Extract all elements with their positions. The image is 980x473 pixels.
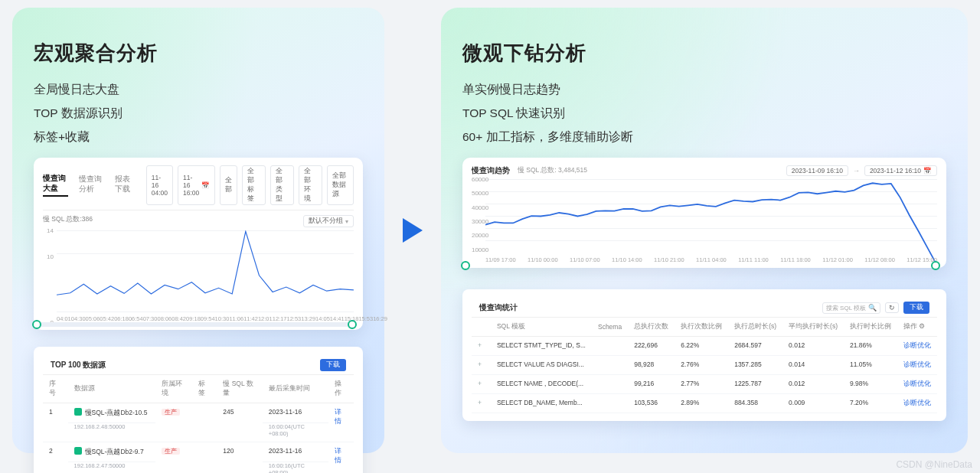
search-icon: 🔍	[868, 304, 877, 312]
filter-env[interactable]: 全部环境	[299, 165, 322, 205]
date-to[interactable]: 2023-11-12 16:10 📅	[864, 165, 937, 176]
col-exec: 总执行次数	[628, 318, 675, 337]
col-env: 所属环境	[155, 375, 192, 403]
col-time-ratio: 执行时长比例	[844, 318, 897, 337]
bullet: 单实例慢日志趋势	[462, 77, 946, 101]
trend-line-chart: 60000 50000 40000 30000 20000 10000 11/0…	[472, 179, 937, 263]
table-row: 2慢SQL-燕越Db2-9.7生产1202023-11-16详情	[43, 442, 354, 462]
filter-time-to[interactable]: 11-16 16:00📅	[178, 165, 215, 205]
watermark: CSDN @NineData	[896, 459, 972, 470]
table-row: +SELECT VALUE AS DIAGSI...98,9282.76%135…	[472, 356, 937, 375]
macro-title: 宏观聚合分析	[34, 40, 363, 67]
col-rank: 序号	[43, 375, 68, 403]
macro-bullets: 全局慢日志大盘 TOP 数据源识别 标签+收藏	[34, 77, 363, 148]
col-schema: Schema	[592, 318, 628, 337]
stats-table: SQL 模板 Schema 总执行次数 执行次数比例 执行总时长(s) 平均执行…	[472, 318, 937, 413]
tab-report[interactable]: 报表下载	[115, 175, 135, 196]
expand-icon[interactable]: +	[478, 360, 485, 368]
col-sql: SQL 模板	[491, 318, 592, 337]
time-scrubber[interactable]	[35, 322, 354, 327]
date-from[interactable]: 2023-11-09 16:10	[786, 165, 848, 176]
table-row: 1慢SQL-燕越Db2-10.5生产2452023-11-16详情	[43, 403, 354, 423]
flow-arrow	[395, 8, 430, 453]
scrub-handle-left[interactable]	[32, 320, 41, 329]
arrow-right-icon	[401, 217, 424, 244]
bullet: 60+ 加工指标，多维度辅助诊断	[462, 125, 946, 148]
detail-link[interactable]: 详情	[335, 447, 341, 464]
top-sources-title: TOP 100 数据源	[51, 360, 106, 370]
filter-type[interactable]: 全部类型	[270, 165, 294, 205]
trend-title: 慢查询趋势	[472, 166, 510, 176]
total-count: 慢 SQL 总数:386	[43, 215, 93, 227]
database-icon	[74, 408, 82, 416]
col-tag: 标签	[192, 375, 217, 403]
table-row: +SELECT DB_NAME, Memb...103,5362.89%884.…	[472, 394, 937, 413]
detail-link[interactable]: 详情	[335, 408, 341, 425]
col-expand	[472, 318, 491, 337]
optimize-link[interactable]: 诊断优化	[903, 360, 931, 368]
trend-scrubber[interactable]	[464, 263, 937, 268]
trend-count: 慢 SQL 总数: 3,484,515	[518, 166, 587, 175]
macro-line-chart: 14 10 0 04:0104:3005:0605:4206:1806:5407…	[43, 230, 354, 322]
bullet: TOP 数据源识别	[34, 101, 363, 125]
macro-filters: 11-16 04:00 11-16 16:00📅 全部 全部标签 全部类型 全部…	[146, 165, 354, 205]
stats-title: 慢查询统计	[479, 302, 518, 313]
filter-ds[interactable]: 全部数据源	[327, 165, 354, 205]
macro-line-svg	[57, 230, 354, 298]
micro-title: 微观下钻分析	[462, 40, 946, 67]
diagram-stage: 宏观聚合分析 全局慢日志大盘 TOP 数据源识别 标签+收藏 慢查询大盘 慢查询…	[0, 0, 980, 473]
env-tag: 生产	[162, 409, 180, 416]
svg-marker-0	[403, 218, 423, 243]
top-sources-table: 序号 数据源 所属环境 标签 慢 SQL 数量 最后采集时间 操作 1慢SQL-…	[43, 375, 354, 473]
expand-icon[interactable]: +	[478, 380, 485, 387]
filter-all[interactable]: 全部	[220, 165, 237, 205]
bullet: 全局慢日志大盘	[34, 77, 363, 101]
refresh-button[interactable]: ↻	[885, 302, 899, 313]
col-ds: 数据源	[68, 375, 155, 403]
database-icon	[74, 447, 82, 455]
scrub-handle-right[interactable]	[931, 261, 940, 270]
macro-chart-card: 慢查询大盘 慢查询分析 报表下载 11-16 04:00 11-16 16:00…	[34, 158, 363, 330]
optimize-link[interactable]: 诊断优化	[903, 341, 931, 349]
chevron-down-icon: ▾	[345, 218, 348, 225]
sql-search[interactable]: 搜索 SQL 模板 🔍	[822, 302, 880, 314]
table-row: +SELECT NAME , DECODE(...99,2162.77%1225…	[472, 375, 937, 394]
col-op: 操作	[328, 375, 354, 403]
micro-bullets: 单实例慢日志趋势 TOP SQL 快速识别 60+ 加工指标，多维度辅助诊断	[462, 77, 946, 148]
download-button[interactable]: 下载	[320, 359, 346, 371]
expand-icon[interactable]: +	[478, 399, 485, 406]
tab-overview[interactable]: 慢查询大盘	[43, 174, 68, 197]
micro-panel: 微观下钻分析 单实例慢日志趋势 TOP SQL 快速识别 60+ 加工指标，多维…	[441, 8, 968, 453]
table-row: +SELECT STMT_TYPE_ID, S...222,6966.22%26…	[472, 337, 937, 356]
download-button[interactable]: 下载	[903, 302, 929, 314]
group-mode[interactable]: 默认不分组 ▾	[303, 215, 354, 227]
tab-analysis[interactable]: 慢查询分析	[79, 175, 104, 196]
col-total: 执行总时长(s)	[728, 318, 782, 337]
env-tag: 生产	[162, 448, 180, 455]
bullet: TOP SQL 快速识别	[462, 101, 946, 125]
optimize-link[interactable]: 诊断优化	[903, 399, 931, 406]
expand-icon[interactable]: +	[478, 341, 485, 349]
macro-tabs: 慢查询大盘 慢查询分析 报表下载 11-16 04:00 11-16 16:00…	[43, 165, 354, 205]
col-exec-ratio: 执行次数比例	[675, 318, 728, 337]
calendar-icon: 📅	[201, 181, 210, 189]
top-sources-card: TOP 100 数据源 下载 序号 数据源 所属环境 标签 慢 SQL 数量 最…	[34, 347, 363, 473]
stats-card: 慢查询统计 搜索 SQL 模板 🔍 ↻ 下载 SQL 模板 Schema 总执行…	[462, 289, 946, 421]
calendar-icon: 📅	[923, 167, 932, 175]
macro-panel: 宏观聚合分析 全局慢日志大盘 TOP 数据源识别 标签+收藏 慢查询大盘 慢查询…	[12, 8, 384, 453]
optimize-link[interactable]: 诊断优化	[903, 380, 931, 387]
bullet: 标签+收藏	[34, 125, 363, 148]
col-avg: 平均执行时长(s)	[782, 318, 844, 337]
scrub-handle-left[interactable]	[461, 261, 470, 270]
filter-tag[interactable]: 全部标签	[242, 165, 266, 205]
filter-time-from[interactable]: 11-16 04:00	[146, 165, 173, 205]
col-op: 操作 ⚙	[897, 318, 937, 337]
trend-chart-card: 慢查询趋势 慢 SQL 总数: 3,484,515 2023-11-09 16:…	[462, 158, 946, 268]
col-count: 慢 SQL 数量	[217, 375, 262, 403]
gear-icon[interactable]: ⚙	[919, 322, 925, 330]
scrub-handle-right[interactable]	[348, 320, 357, 329]
col-time: 最后采集时间	[263, 375, 329, 403]
